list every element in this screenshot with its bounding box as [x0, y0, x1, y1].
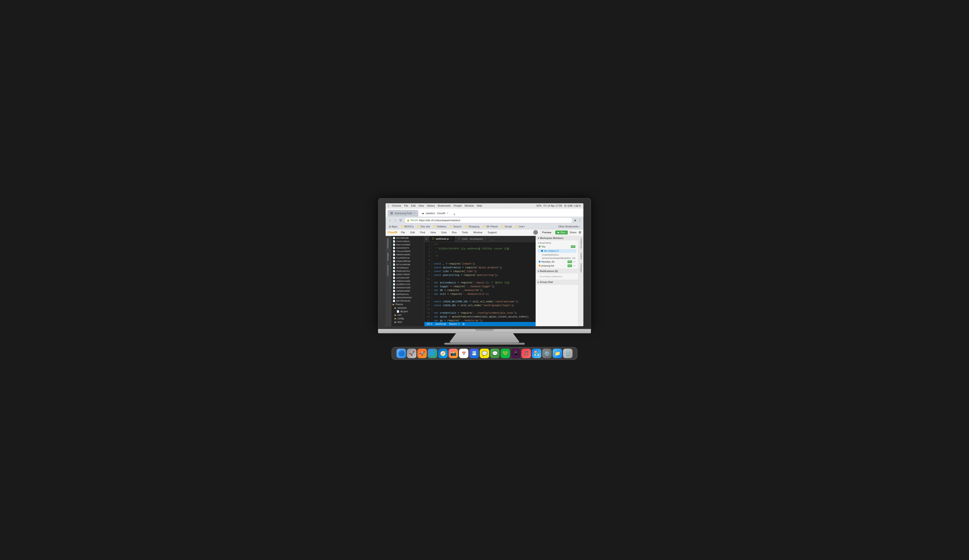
editor-tab-trash[interactable]: 🗑	[425, 236, 429, 242]
bookmark-devsite[interactable]: 📁 Dev site	[416, 225, 431, 228]
mac-menu-bookmarks[interactable]: Bookmarks	[438, 204, 451, 207]
folder-html[interactable]: ▶ html	[391, 320, 424, 324]
folder-rserve[interactable]: ▶ Rserve	[391, 302, 424, 306]
code-content[interactable]: /** * 라인에서처리부터 오는 webhook을 처리하는 router 모…	[432, 242, 536, 322]
file-item-20[interactable]: 📄 f867cf8785c90	[391, 299, 424, 302]
file-item-9[interactable]: 📄 85741c99528e	[391, 263, 424, 266]
member-jinseung[interactable]: jinseung lee RW ✕	[538, 264, 576, 268]
ide-menu-edit[interactable]: Edit	[409, 231, 416, 234]
dock-finder[interactable]: 🔵	[396, 349, 406, 358]
ide-menu-run[interactable]: Run	[450, 231, 458, 234]
address-box[interactable]: 🔒 Secure https://ide.c9.io/dusskapark/st…	[405, 218, 572, 223]
file-item-3[interactable]: 📄 69a17e2cb845	[391, 243, 424, 246]
node-tab-close[interactable]: ✕	[484, 238, 486, 240]
new-file-button[interactable]: +	[489, 238, 495, 242]
member-you[interactable]: You RW	[538, 245, 576, 249]
file-item-5[interactable]: 📄 781ce443bfe5f	[391, 249, 424, 253]
mac-menu-window[interactable]: Window	[465, 204, 474, 207]
tab-collaborate[interactable]: Collaborate	[578, 236, 583, 251]
ide-instance-item[interactable]: Ide instance 0	[538, 249, 576, 253]
file-item-10[interactable]: 📄 35760f9a5e2	[391, 266, 424, 269]
ide-menu-find[interactable]: Find	[418, 231, 426, 234]
ide-menu-goto[interactable]: Goto	[440, 231, 448, 234]
bookmark-skplanet[interactable]: 📁 SK Planet	[481, 225, 499, 228]
dock-kakao[interactable]: 💬	[480, 349, 489, 358]
mac-menu-edit[interactable]: Edit	[411, 204, 416, 207]
ide-menu-view[interactable]: View	[429, 231, 438, 234]
new-tab-button[interactable]: +	[452, 212, 457, 216]
bookmark-lineplus[interactable]: 📁 Line+	[514, 225, 526, 228]
folder-config[interactable]: ▶ config	[391, 317, 424, 320]
dock-slack[interactable]: 📱	[511, 349, 521, 358]
ide-menu-window[interactable]: Window	[472, 231, 484, 234]
preview-button[interactable]: Preview	[540, 230, 553, 234]
file-item-12[interactable]: 📄 a2fd2c72fb04f	[391, 273, 424, 276]
file-item-6[interactable]: 📄 4885b2ea6d6c	[391, 253, 424, 256]
dock-rocket[interactable]: 🚀	[417, 349, 427, 358]
mac-menu-history[interactable]: History	[427, 204, 435, 207]
dock-photos[interactable]: 📸	[448, 349, 458, 358]
mac-menu-chrome[interactable]: Chrome	[392, 204, 401, 207]
more-icon[interactable]: ⋮	[578, 218, 581, 222]
dock-calendar[interactable]: 📅	[459, 349, 468, 358]
notifications-header[interactable]: ▾ Notifications (0)	[536, 269, 578, 274]
mac-menu-file[interactable]: File	[404, 204, 408, 207]
delete-member-heonkyu[interactable]: ✕	[573, 261, 575, 263]
dock-wechat[interactable]: 💚	[501, 349, 510, 358]
file-item-13[interactable]: 📄 a23ea5c91dd	[391, 276, 424, 279]
dock-systemprefs[interactable]: ⚙️	[542, 349, 552, 358]
file-item-7[interactable]: 📄 5118cfb9514e	[391, 256, 424, 259]
folder-sessions[interactable]: ▶ sessions	[391, 306, 424, 310]
file-item-11[interactable]: 📄 8998225d75cf	[391, 269, 424, 273]
member-heonkyu[interactable]: Heonkyu Jin RW ✕	[538, 260, 576, 264]
dock-safari[interactable]: 🧭	[438, 349, 448, 358]
notifications-collapse-icon[interactable]: ▾	[538, 270, 539, 273]
editor-tab-webhook[interactable]: ⬡ webhook.js ✕	[429, 236, 455, 242]
star-icon[interactable]: ★	[574, 218, 577, 222]
file-item-1[interactable]: 📄 8e07dd64afb	[391, 236, 424, 240]
tab-debugger[interactable]: Debugger	[578, 261, 583, 275]
file-item-14[interactable]: 📄 c89b54c04ebb	[391, 279, 424, 283]
bookmark-other[interactable]: Other Bookmarks ›	[557, 225, 581, 228]
back-button[interactable]: ‹	[388, 218, 392, 223]
tab-outline[interactable]: Outline	[578, 251, 583, 262]
bookmark-hobbies[interactable]: 📁 Hobbies	[432, 225, 448, 228]
file-item-19[interactable]: 📄 e666226040946	[391, 296, 424, 299]
bookmark-search[interactable]: 📁 Search	[448, 225, 463, 228]
dock-appstore[interactable]: 🏪	[532, 349, 541, 358]
dock-launchpad[interactable]: 🚀	[407, 349, 416, 358]
file-item-4[interactable]: 📄 263e350007k	[391, 246, 424, 249]
tab-close-joohyung[interactable]: ✕	[413, 212, 415, 214]
dock-chrome[interactable]: 🌐	[428, 349, 437, 358]
file-dbjson[interactable]: 📄 db.json	[391, 310, 424, 313]
mac-menu-people[interactable]: People	[454, 204, 462, 207]
settings-icon-status[interactable]: ⚙	[462, 322, 465, 326]
mac-menu-view[interactable]: View	[418, 204, 424, 207]
tab-close-statsbot[interactable]: ✕	[447, 212, 448, 214]
mac-menu-help[interactable]: Help	[477, 204, 482, 207]
bookmark-social[interactable]: 📁 Social	[499, 225, 513, 228]
group-chat-header[interactable]: ▸ Group Chat	[536, 280, 578, 284]
forward-button[interactable]: ›	[393, 218, 398, 223]
dock-contacts[interactable]: 📇	[470, 349, 479, 358]
dock-files[interactable]: 📁	[553, 349, 562, 358]
folder-cert[interactable]: ▶ cert	[391, 313, 424, 317]
file-item-18[interactable]: 📄 dd3f5ab244a	[391, 292, 424, 296]
run-button[interactable]: ▶ Run	[555, 231, 568, 234]
dock-imessage[interactable]: 💬	[490, 349, 499, 358]
ide-menu-file[interactable]: File	[400, 231, 407, 234]
dock-trash[interactable]: 🗑️	[563, 349, 573, 358]
file-item-17[interactable]: 📄 d4999b23988f	[391, 289, 424, 292]
file-item-15[interactable]: 📄 d236ff541723c	[391, 283, 424, 286]
reload-button[interactable]: ↻	[398, 218, 403, 223]
file-item-2[interactable]: 📄 41e647ef8e41	[391, 240, 424, 243]
file-item-16[interactable]: 📄 d830e9a70a65	[391, 286, 424, 289]
dock-itunes[interactable]: 🎵	[521, 349, 531, 358]
settings-icon[interactable]: ⚙	[578, 231, 581, 234]
share-label[interactable]: Share	[569, 231, 576, 234]
ide-menu-support[interactable]: Support	[486, 231, 498, 234]
editor-tab-node[interactable]: ⬡ node · dusskapark ✕	[455, 236, 489, 242]
bookmark-apps[interactable]: ⊞ Apps	[388, 225, 399, 228]
tab-joohyung[interactable]: 🖼 JooHyung Park ✕	[388, 210, 418, 216]
left-panel-commands[interactable]: Commands	[386, 263, 391, 278]
